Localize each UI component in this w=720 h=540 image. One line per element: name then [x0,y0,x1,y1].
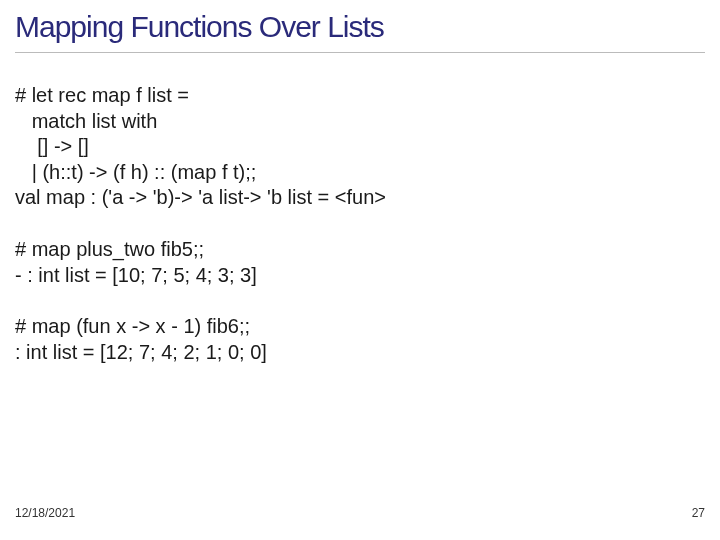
footer: 12/18/2021 27 [15,506,705,520]
footer-date: 12/18/2021 [15,506,75,520]
code-block-plus-two-example: # map plus_two fib5;; - : int list = [10… [15,237,705,288]
footer-page-number: 27 [692,506,705,520]
code-block-minus-one-example: # map (fun x -> x - 1) fib6;; : int list… [15,314,705,365]
page-title: Mapping Functions Over Lists [15,10,705,53]
code-block-map-definition: # let rec map f list = match list with [… [15,83,705,211]
